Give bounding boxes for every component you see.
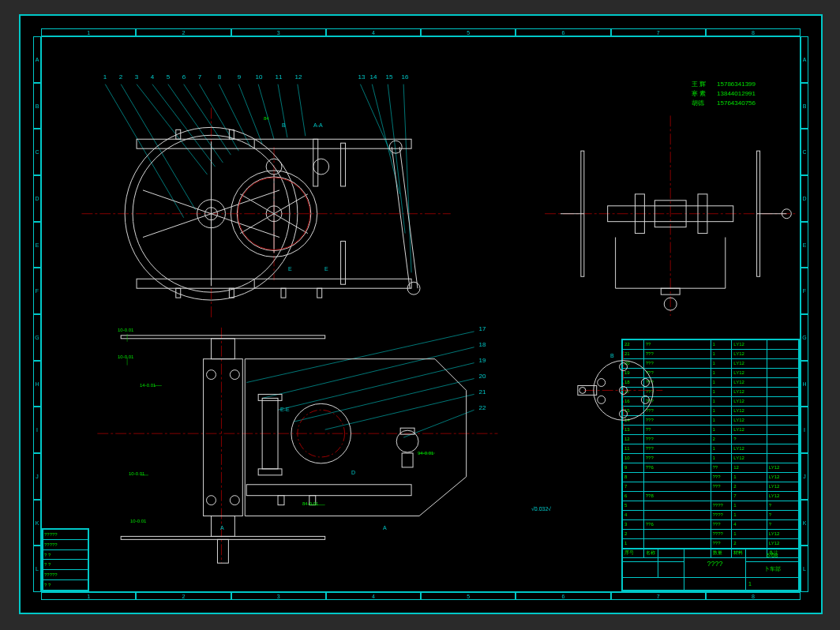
svg-line-26 bbox=[262, 347, 474, 399]
svg-point-56 bbox=[407, 282, 420, 294]
cad-drawing-frame: 12345678 12345678 ABCDEFGHIJKL ABCDEFGHI… bbox=[19, 14, 823, 614]
ruler-cell: G bbox=[33, 314, 41, 361]
svg-rect-75 bbox=[121, 536, 325, 539]
arrow-label-a1: A bbox=[220, 525, 224, 531]
dim-1: 10-0.01 bbox=[118, 328, 133, 332]
svg-line-12 bbox=[152, 84, 216, 167]
ruler-cell: C bbox=[33, 129, 41, 175]
svg-point-80 bbox=[207, 370, 216, 380]
svg-rect-77 bbox=[212, 339, 235, 359]
svg-rect-63 bbox=[608, 206, 733, 222]
svg-line-22 bbox=[372, 84, 399, 194]
section-label-e2: E bbox=[324, 266, 328, 272]
svg-line-21 bbox=[360, 84, 392, 155]
ruler-cell: I bbox=[33, 407, 41, 453]
ruler-cell: F bbox=[801, 268, 808, 314]
contact-info-block: 王 辉 15786341399 寒 素 13844012991 胡德 15764… bbox=[692, 80, 756, 108]
callout-number: 18 bbox=[478, 341, 487, 348]
ruler-cell: 4 bbox=[326, 28, 421, 36]
ruler-cell: 5 bbox=[421, 592, 516, 600]
svg-line-9 bbox=[105, 84, 183, 218]
ruler-cell: B bbox=[33, 83, 41, 129]
svg-rect-51 bbox=[341, 143, 346, 186]
ruler-top: 12345678 bbox=[41, 28, 801, 36]
callout-number: 3 bbox=[132, 73, 141, 81]
svg-point-48 bbox=[266, 159, 282, 174]
svg-rect-66 bbox=[635, 194, 644, 234]
bom-row: 6??87LY12 bbox=[623, 492, 799, 501]
svg-point-32 bbox=[133, 135, 290, 292]
svg-rect-50 bbox=[313, 139, 318, 186]
section-label-b: B bbox=[282, 122, 286, 128]
svg-line-14 bbox=[184, 84, 231, 155]
bom-row: 13??1LY12 bbox=[623, 426, 799, 435]
svg-point-104 bbox=[238, 178, 309, 249]
svg-point-81 bbox=[230, 370, 239, 380]
callout-number: 6 bbox=[179, 73, 189, 81]
svg-point-39 bbox=[237, 177, 310, 250]
ruler-cell: E bbox=[801, 222, 808, 268]
ruler-cell: 4 bbox=[326, 592, 421, 600]
svg-line-42 bbox=[240, 194, 308, 234]
svg-rect-72 bbox=[661, 288, 680, 294]
dim-5: 84-0.01 bbox=[302, 501, 318, 506]
ruler-cell: G bbox=[801, 314, 808, 361]
svg-line-43 bbox=[240, 194, 308, 234]
arrow-label-a2: A bbox=[383, 525, 387, 531]
svg-point-71 bbox=[782, 209, 791, 219]
svg-rect-45 bbox=[137, 279, 411, 288]
svg-point-49 bbox=[313, 159, 329, 174]
svg-rect-92 bbox=[278, 496, 284, 505]
svg-rect-89 bbox=[400, 428, 414, 434]
bom-row: 19???1LY12 bbox=[623, 369, 799, 378]
arrow-label-d: D bbox=[351, 470, 355, 475]
ruler-cell: A bbox=[801, 36, 808, 83]
ruler-cell: 2 bbox=[136, 592, 231, 600]
bom-row: 3??6???4? bbox=[623, 520, 799, 530]
bom-row: 9??6??12LY12 bbox=[623, 463, 799, 473]
svg-rect-67 bbox=[698, 194, 707, 234]
dim-2: 10-0.01 bbox=[118, 354, 133, 359]
drawing-border: 王 辉 15786341399 寒 素 13844012991 胡德 15764… bbox=[41, 36, 801, 592]
svg-rect-90 bbox=[402, 453, 413, 467]
svg-point-40 bbox=[266, 206, 282, 222]
svg-rect-65 bbox=[757, 151, 760, 276]
title-block-lower: ???? 5-08 卜车部 1 bbox=[622, 548, 799, 591]
svg-line-20 bbox=[298, 84, 306, 137]
svg-point-38 bbox=[231, 171, 317, 257]
svg-rect-68 bbox=[654, 201, 686, 227]
svg-rect-102 bbox=[578, 385, 597, 395]
svg-point-100 bbox=[598, 396, 606, 403]
callout-number: 16 bbox=[400, 73, 410, 81]
ruler-right: ABCDEFGHIJKL bbox=[801, 36, 808, 592]
dim-4: 10-0.01 bbox=[129, 471, 144, 476]
svg-point-73 bbox=[664, 298, 677, 310]
svg-point-55 bbox=[389, 141, 402, 153]
svg-line-25 bbox=[246, 332, 474, 383]
ruler-cell: I bbox=[801, 407, 808, 453]
svg-line-30 bbox=[403, 410, 474, 437]
svg-line-18 bbox=[258, 84, 274, 140]
ruler-cell: 3 bbox=[231, 28, 326, 36]
bom-row: 1???2LY12 bbox=[623, 539, 799, 549]
callout-number: 20 bbox=[478, 373, 487, 380]
svg-rect-44 bbox=[137, 139, 411, 148]
callout-number: 11 bbox=[274, 73, 283, 81]
ruler-cell: K bbox=[33, 500, 41, 546]
svg-rect-86 bbox=[258, 394, 282, 400]
callout-number: 22 bbox=[478, 404, 487, 411]
svg-point-88 bbox=[396, 430, 418, 452]
svg-line-13 bbox=[168, 84, 223, 163]
callout-number: 21 bbox=[478, 388, 487, 396]
svg-point-83 bbox=[230, 496, 239, 505]
ruler-cell: 6 bbox=[516, 28, 610, 36]
bom-row: 2????1LY12 bbox=[623, 530, 799, 539]
title-block: 22??1LY1221???1LY1220???1LY1219???1LY121… bbox=[621, 339, 800, 591]
svg-point-105 bbox=[298, 410, 345, 457]
bom-row: 22??1LY12 bbox=[623, 340, 799, 350]
ruler-cell: B bbox=[801, 83, 808, 129]
ruler-cell: D bbox=[33, 175, 41, 222]
svg-line-54 bbox=[399, 147, 418, 288]
ruler-cell: F bbox=[33, 268, 41, 314]
surface-finish-symbol: √0.032√ bbox=[531, 506, 551, 512]
